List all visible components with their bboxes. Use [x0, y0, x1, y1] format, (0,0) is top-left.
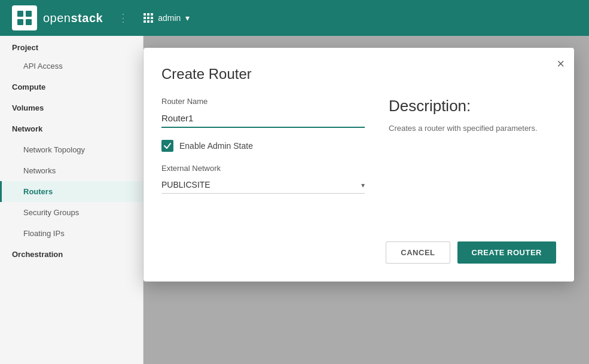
- sidebar-item-floating-ips[interactable]: Floating IPs: [0, 223, 143, 244]
- modal-title: Create Router: [161, 66, 556, 82]
- admin-label: admin: [158, 13, 181, 23]
- sidebar-item-network[interactable]: Network: [0, 118, 143, 139]
- sidebar-item-orchestration[interactable]: Orchestration: [0, 244, 143, 265]
- router-name-label: Router Name: [161, 97, 365, 106]
- enable-admin-label: Enable Admin State: [179, 141, 253, 151]
- admin-chevron-icon: ▾: [185, 13, 190, 23]
- external-network-label: External Network: [161, 164, 365, 173]
- content-area: Project / Network / Routers Routers Crea…: [144, 36, 589, 364]
- modal-footer: CANCEL CREATE ROUTER: [161, 230, 556, 264]
- enable-admin-checkbox[interactable]: [161, 140, 173, 152]
- modal-overlay: Create Router × Router Name: [144, 36, 589, 364]
- create-router-modal: Create Router × Router Name: [144, 48, 574, 282]
- logo-box: [12, 5, 37, 30]
- modal-close-button[interactable]: ×: [557, 57, 564, 71]
- logo-area: openstack: [12, 5, 103, 30]
- sidebar: Project API Access Compute Volumes Netwo…: [0, 36, 144, 364]
- svg-rect-4: [26, 19, 32, 25]
- cancel-button[interactable]: CANCEL: [386, 241, 450, 264]
- logo-text: openstack: [43, 11, 103, 25]
- admin-dropdown[interactable]: admin ▾: [144, 13, 190, 23]
- sidebar-item-api-access[interactable]: API Access: [0, 56, 143, 77]
- sidebar-project-title: Project: [0, 36, 143, 56]
- external-network-select[interactable]: PUBLICSITE: [161, 176, 365, 194]
- top-navigation: openstack ⋮ admin ▾: [0, 0, 589, 36]
- sidebar-item-networks[interactable]: Networks: [0, 160, 143, 181]
- modal-form: Router Name Enable Admin State: [161, 97, 365, 206]
- openstack-logo-icon: [14, 7, 35, 29]
- external-network-select-wrapper: PUBLICSITE ▾: [161, 176, 365, 194]
- router-name-input[interactable]: [161, 109, 365, 128]
- external-network-group: External Network PUBLICSITE ▾: [161, 164, 365, 194]
- create-router-button[interactable]: CREATE ROUTER: [457, 241, 556, 264]
- modal-body: Router Name Enable Admin State: [161, 97, 556, 206]
- sidebar-item-volumes[interactable]: Volumes: [0, 97, 143, 118]
- grid-icon: [144, 13, 153, 23]
- modal-description: Description: Creates a router with speci…: [389, 97, 556, 206]
- description-text: Creates a router with specified paramete…: [389, 123, 556, 135]
- sidebar-item-network-topology[interactable]: Network Topology: [0, 139, 143, 160]
- description-title: Description:: [389, 97, 556, 115]
- nav-divider: ⋮: [118, 11, 129, 25]
- svg-rect-3: [17, 19, 23, 25]
- svg-rect-1: [17, 11, 23, 17]
- enable-admin-row: Enable Admin State: [161, 140, 365, 152]
- sidebar-item-routers[interactable]: Routers: [0, 181, 143, 202]
- sidebar-item-security-groups[interactable]: Security Groups: [0, 202, 143, 223]
- svg-rect-2: [26, 11, 32, 17]
- checkmark-icon: [163, 142, 172, 150]
- router-name-group: Router Name: [161, 97, 365, 128]
- sidebar-item-compute[interactable]: Compute: [0, 77, 143, 97]
- main-layout: Project API Access Compute Volumes Netwo…: [0, 36, 589, 364]
